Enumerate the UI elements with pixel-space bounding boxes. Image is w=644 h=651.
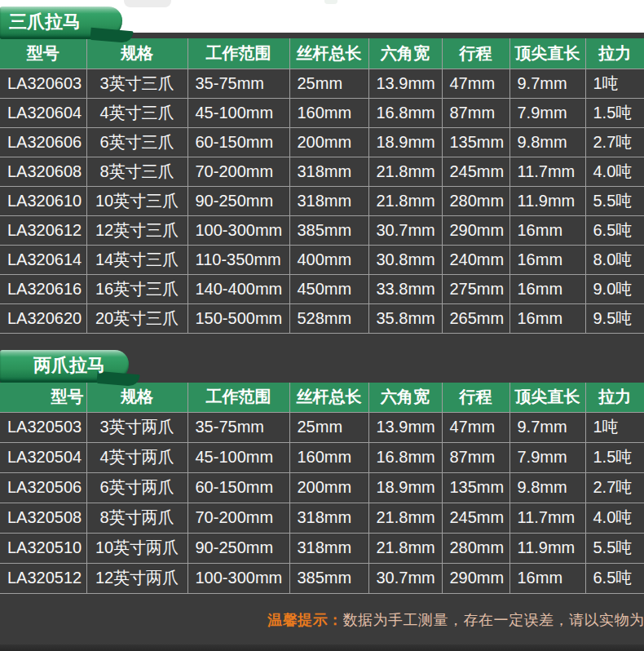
column-header-screw-length: 丝杆总长 [289,383,368,412]
cell-working-range: 100-300mm [187,215,289,245]
cell-tip-length: 9.8mm [509,127,585,157]
cell-stroke: 240mm [442,245,509,274]
cell-model: LA320612 [0,215,86,245]
cell-pull-force: 9.0吨 [585,274,644,303]
three-jaw-puller-spec-table: 型号规格工作范围丝杆总长六角宽行程顶尖直长拉力 LA3206033英寸三爪35-… [0,38,644,333]
cell-model: LA320508 [0,503,86,533]
cell-tip-length: 16mm [509,303,585,333]
cell-working-range: 100-300mm [187,563,289,593]
tab-two-jaw-puller-label: 两爪拉马 [33,355,105,375]
cell-hex-width: 13.9mm [368,69,442,98]
column-header-hex-width: 六角宽 [368,383,442,412]
cell-screw-length: 318mm [289,533,368,563]
cell-working-range: 90-250mm [187,533,289,563]
cell-working-range: 35-75mm [187,69,289,98]
cell-model: LA320510 [0,533,86,563]
column-header-working-range: 工作范围 [187,38,289,69]
cell-stroke: 290mm [442,215,509,245]
cell-spec: 20英寸三爪 [86,303,187,333]
cell-tip-length: 11.7mm [509,503,585,533]
column-header-working-range: 工作范围 [187,383,289,412]
column-header-model: 型号 [0,383,86,412]
cell-tip-length: 11.9mm [509,533,585,563]
cell-screw-length: 450mm [289,274,368,303]
column-header-hex-width: 六角宽 [368,38,442,69]
cell-stroke: 245mm [442,503,509,533]
cell-stroke: 47mm [442,69,509,98]
bottom-edge-strip [0,644,644,651]
cell-hex-width: 33.8mm [368,274,442,303]
table-row: LA32051212英寸两爪100-300mm385mm30.7mm290mm1… [0,563,644,593]
cell-spec: 6英寸三爪 [86,127,187,157]
cell-tip-length: 11.9mm [509,186,585,215]
table-row: LA3205033英寸两爪35-75mm25mm13.9mm47mm9.7mm1… [0,412,644,442]
cell-tip-length: 9.7mm [509,69,585,98]
cell-hex-width: 16.8mm [368,98,442,127]
cell-pull-force: 6.5吨 [585,563,644,593]
table-row: LA32061414英寸三爪110-350mm400mm30.8mm240mm1… [0,245,644,274]
tab-three-jaw-puller-label: 三爪拉马 [9,11,81,32]
cell-spec: 4英寸两爪 [86,442,187,472]
cell-stroke: 135mm [442,127,509,157]
cell-screw-length: 160mm [289,442,368,472]
cell-pull-force: 9.5吨 [585,303,644,333]
product-spec-page: 三爪拉马 型号规格工作范围丝杆总长六角宽行程顶尖直长拉力 LA3206033英寸… [0,0,644,651]
cell-screw-length: 318mm [289,157,368,186]
cell-model: LA320608 [0,157,86,186]
cell-stroke: 265mm [442,303,509,333]
cell-spec: 8英寸两爪 [86,503,187,533]
cell-tip-length: 7.9mm [509,442,585,472]
cell-tip-length: 7.9mm [509,98,585,127]
measurement-notice: 温馨提示：数据为手工测量，存在一定误差，请以实物为准 [267,610,644,630]
table-row: LA32061616英寸三爪140-400mm450mm33.8mm275mm1… [0,274,644,303]
notice-text: 数据为手工测量，存在一定误差，请以实物为准 [343,612,644,628]
tab-two-jaw-puller: 两爪拉马 [0,350,129,383]
cell-stroke: 280mm [442,186,509,215]
cell-working-range: 90-250mm [187,186,289,215]
cell-screw-length: 200mm [289,472,368,503]
cell-pull-force: 5.5吨 [585,186,644,215]
cell-hex-width: 16.8mm [368,442,442,472]
cell-spec: 3英寸三爪 [86,69,187,98]
table-row: LA3206066英寸三爪60-150mm200mm18.9mm135mm9.8… [0,127,644,157]
cell-model: LA320620 [0,303,86,333]
cell-working-range: 60-150mm [187,472,289,503]
cell-working-range: 45-100mm [187,442,289,472]
table-row: LA32061212英寸三爪100-300mm385mm30.7mm290mm1… [0,215,644,245]
cell-hex-width: 30.7mm [368,563,442,593]
cell-pull-force: 2.7吨 [585,127,644,157]
cell-hex-width: 13.9mm [368,412,442,442]
cell-model: LA320614 [0,245,86,274]
column-header-pull-force: 拉力 [585,38,644,69]
table-row: LA3206033英寸三爪35-75mm25mm13.9mm47mm9.7mm1… [0,69,644,98]
cell-working-range: 45-100mm [187,98,289,127]
cell-working-range: 140-400mm [187,274,289,303]
column-header-model: 型号 [0,38,86,69]
cell-screw-length: 200mm [289,127,368,157]
cell-tip-length: 16mm [509,245,585,274]
cell-stroke: 245mm [442,157,509,186]
cell-tip-length: 16mm [509,274,585,303]
cell-model: LA320506 [0,472,86,503]
cell-hex-width: 18.9mm [368,127,442,157]
top-edge-artifact-small [324,0,337,4]
cell-model: LA320606 [0,127,86,157]
cell-pull-force: 1吨 [585,69,644,98]
cell-working-range: 70-200mm [187,503,289,533]
table-row: LA3205088英寸两爪70-200mm318mm21.8mm245mm11.… [0,503,644,533]
cell-spec: 10英寸三爪 [86,186,187,215]
cell-tip-length: 16mm [509,215,585,245]
header-row: 型号规格工作范围丝杆总长六角宽行程顶尖直长拉力 [0,38,644,69]
cell-screw-length: 25mm [289,69,368,98]
column-header-tip-length: 顶尖直长 [509,383,585,412]
two-jaw-puller-spec-table: 型号规格工作范围丝杆总长六角宽行程顶尖直长拉力 LA3205033英寸两爪35-… [0,383,644,593]
cell-model: LA320604 [0,98,86,127]
column-header-spec: 规格 [86,38,187,69]
cell-model: LA320616 [0,274,86,303]
cell-model: LA320610 [0,186,86,215]
column-header-stroke: 行程 [442,38,509,69]
cell-hex-width: 21.8mm [368,533,442,563]
cell-spec: 4英寸三爪 [86,98,187,127]
cell-working-range: 70-200mm [187,157,289,186]
cell-working-range: 35-75mm [187,412,289,442]
